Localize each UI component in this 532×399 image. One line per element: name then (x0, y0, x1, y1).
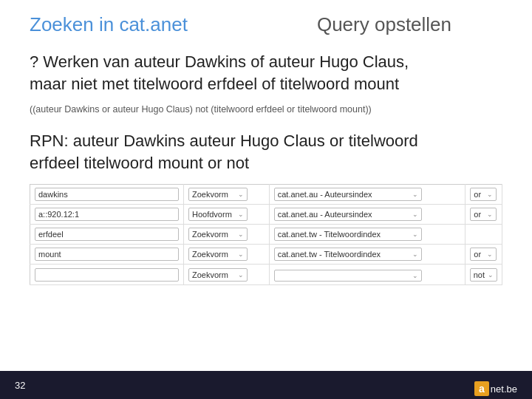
row-index-cell: cat.anet.au - Auteursindex⌄ (269, 185, 465, 205)
vorm-label: Zoekvorm (192, 190, 228, 199)
header-right: Query opstellen (266, 13, 502, 36)
search-input[interactable] (35, 248, 179, 261)
table-row: Zoekvorm⌄⌄not⌄ (30, 265, 502, 285)
connector-select[interactable]: or⌄ (470, 188, 497, 201)
row-index-cell: cat.anet.au - Auteursindex⌄ (269, 205, 465, 225)
row-connector-cell: or⌄ (465, 245, 502, 265)
index-arrow: ⌄ (412, 231, 418, 238)
search-table: Zoekvorm⌄cat.anet.au - Auteursindex⌄or⌄H… (30, 184, 502, 285)
index-label: cat.anet.tw - Titelwoordindex (278, 230, 381, 239)
vorm-arrow: ⌄ (238, 271, 244, 279)
index-label: cat.anet.au - Auteursindex (278, 210, 372, 219)
row-input-cell (30, 225, 184, 245)
vorm-select[interactable]: Zoekvorm⌄ (188, 228, 248, 241)
index-label: cat.anet.au - Auteursindex (278, 190, 372, 199)
row-input-cell (30, 205, 184, 225)
index-select[interactable]: ⌄ (274, 270, 422, 282)
table-section: Zoekvorm⌄cat.anet.au - Auteursindex⌄or⌄H… (15, 184, 517, 285)
row-vorm-cell: Zoekvorm⌄ (184, 225, 270, 245)
vorm-select[interactable]: Zoekvorm⌄ (188, 188, 248, 201)
connector-label: or (474, 190, 481, 199)
rpn-text: RPN: auteur Dawkins auteur Hugo Claus or… (30, 132, 418, 172)
table-row: Zoekvorm⌄cat.anet.tw - Titelwoordindex⌄o… (30, 245, 502, 265)
row-connector-cell: not⌄ (465, 265, 502, 285)
index-arrow: ⌄ (412, 211, 418, 218)
connector-select[interactable]: or⌄ (470, 248, 497, 261)
main-question: ? Werken van auteur Dawkins of auteur Hu… (0, 44, 532, 98)
row-vorm-cell: Zoekvorm⌄ (184, 245, 270, 265)
connector-arrow: ⌄ (487, 250, 493, 258)
row-vorm-cell: Zoekvorm⌄ (184, 265, 270, 285)
query-formal-text: ((auteur Dawkins or auteur Hugo Claus) n… (30, 104, 372, 115)
logo-box: a (474, 381, 489, 396)
footer-logo: a net.be (474, 381, 517, 396)
query-formal: ((auteur Dawkins or auteur Hugo Claus) n… (0, 98, 532, 124)
row-index-cell: ⌄ (269, 265, 465, 285)
index-select[interactable]: cat.anet.tw - Titelwoordindex⌄ (274, 248, 422, 261)
connector-label: or (474, 250, 481, 259)
index-select[interactable]: cat.anet.au - Auteursindex⌄ (274, 188, 422, 201)
connector-arrow: ⌄ (487, 211, 493, 218)
vorm-select[interactable]: Hoofdvorm⌄ (188, 208, 248, 221)
index-arrow: ⌄ (412, 272, 418, 279)
connector-label: or (474, 210, 481, 219)
connector-label: not (474, 270, 485, 279)
search-input[interactable] (35, 208, 179, 221)
title-right: Query opstellen (317, 13, 451, 35)
vorm-arrow: ⌄ (238, 250, 244, 258)
header: Zoeken in cat.anet Query opstellen (0, 0, 532, 44)
logo-text: net.be (491, 383, 517, 395)
footer: 32 a net.be (0, 371, 532, 399)
row-vorm-cell: Zoekvorm⌄ (184, 185, 270, 205)
row-index-cell: cat.anet.tw - Titelwoordindex⌄ (269, 225, 465, 245)
vorm-label: Zoekvorm (192, 250, 228, 259)
vorm-label: Hoofdvorm (192, 210, 232, 219)
search-input[interactable] (35, 188, 179, 201)
index-arrow: ⌄ (412, 250, 418, 258)
vorm-select[interactable]: Zoekvorm⌄ (188, 248, 248, 261)
table-row: Zoekvorm⌄cat.anet.tw - Titelwoordindex⌄ (30, 225, 502, 245)
index-select[interactable]: cat.anet.tw - Titelwoordindex⌄ (274, 228, 422, 241)
main-question-text: ? Werken van auteur Dawkins of auteur Hu… (30, 52, 409, 93)
index-label: cat.anet.tw - Titelwoordindex (278, 250, 381, 259)
connector-select[interactable]: or⌄ (470, 208, 497, 221)
connector-arrow: ⌄ (488, 271, 494, 279)
row-input-cell (30, 265, 184, 285)
vorm-arrow: ⌄ (238, 231, 244, 238)
connector-arrow: ⌄ (487, 191, 493, 198)
vorm-label: Zoekvorm (192, 270, 228, 279)
vorm-arrow: ⌄ (238, 191, 244, 198)
table-row: Zoekvorm⌄cat.anet.au - Auteursindex⌄or⌄ (30, 185, 502, 205)
rpn-section: RPN: auteur Dawkins auteur Hugo Claus or… (0, 124, 532, 184)
index-arrow: ⌄ (412, 191, 418, 198)
row-connector-cell: or⌄ (465, 185, 502, 205)
vorm-select[interactable]: Zoekvorm⌄ (188, 268, 248, 282)
connector-select[interactable]: not⌄ (470, 268, 497, 282)
search-input[interactable] (35, 228, 179, 241)
index-select[interactable]: cat.anet.au - Auteursindex⌄ (274, 208, 422, 221)
row-input-cell (30, 185, 184, 205)
page-number: 32 (15, 380, 25, 391)
vorm-label: Zoekvorm (192, 230, 228, 239)
row-connector-cell: or⌄ (465, 205, 502, 225)
row-input-cell (30, 245, 184, 265)
row-index-cell: cat.anet.tw - Titelwoordindex⌄ (269, 245, 465, 265)
row-connector-cell (465, 225, 502, 245)
vorm-arrow: ⌄ (238, 211, 244, 218)
row-vorm-cell: Hoofdvorm⌄ (184, 205, 270, 225)
header-left: Zoeken in cat.anet (30, 13, 266, 36)
search-input[interactable] (35, 268, 179, 282)
table-row: Hoofdvorm⌄cat.anet.au - Auteursindex⌄or⌄ (30, 205, 502, 225)
title-left: Zoeken in cat.anet (30, 13, 188, 35)
